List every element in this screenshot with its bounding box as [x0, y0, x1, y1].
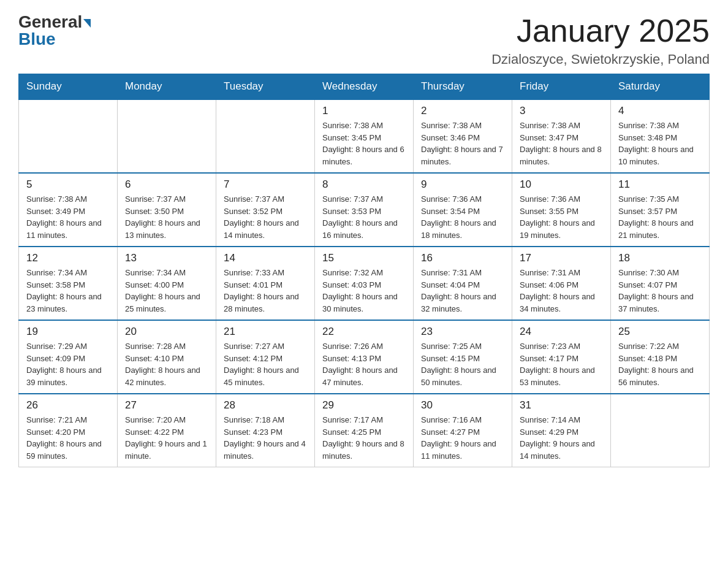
day-info: Sunrise: 7:36 AM Sunset: 3:54 PM Dayligh…	[421, 193, 504, 241]
calendar-cell: 20Sunrise: 7:28 AM Sunset: 4:10 PM Dayli…	[118, 320, 216, 394]
day-number: 29	[322, 399, 406, 412]
day-info: Sunrise: 7:34 AM Sunset: 3:58 PM Dayligh…	[26, 267, 110, 315]
calendar-cell: 8Sunrise: 7:37 AM Sunset: 3:53 PM Daylig…	[315, 173, 414, 247]
calendar-cell: 26Sunrise: 7:21 AM Sunset: 4:20 PM Dayli…	[19, 394, 118, 467]
day-of-week-monday: Monday	[118, 74, 216, 100]
calendar-cell	[611, 394, 710, 467]
calendar-cell: 4Sunrise: 7:38 AM Sunset: 3:48 PM Daylig…	[611, 99, 710, 173]
calendar-cell: 28Sunrise: 7:18 AM Sunset: 4:23 PM Dayli…	[216, 394, 315, 467]
day-info: Sunrise: 7:36 AM Sunset: 3:55 PM Dayligh…	[520, 193, 603, 241]
day-number: 1	[322, 105, 406, 117]
day-info: Sunrise: 7:33 AM Sunset: 4:01 PM Dayligh…	[224, 267, 307, 315]
day-of-week-friday: Friday	[512, 74, 611, 100]
calendar-cell: 29Sunrise: 7:17 AM Sunset: 4:25 PM Dayli…	[315, 394, 414, 467]
day-number: 3	[520, 105, 603, 117]
day-info: Sunrise: 7:38 AM Sunset: 3:49 PM Dayligh…	[26, 193, 110, 241]
day-info: Sunrise: 7:34 AM Sunset: 4:00 PM Dayligh…	[125, 267, 208, 315]
day-number: 26	[26, 399, 110, 412]
day-info: Sunrise: 7:38 AM Sunset: 3:48 PM Dayligh…	[618, 120, 702, 167]
calendar-header: SundayMondayTuesdayWednesdayThursdayFrid…	[19, 74, 710, 100]
day-info: Sunrise: 7:27 AM Sunset: 4:12 PM Dayligh…	[224, 340, 307, 388]
day-number: 5	[26, 178, 110, 191]
calendar-cell: 17Sunrise: 7:31 AM Sunset: 4:06 PM Dayli…	[512, 247, 611, 320]
day-number: 19	[26, 326, 110, 338]
day-info: Sunrise: 7:22 AM Sunset: 4:18 PM Dayligh…	[618, 340, 702, 388]
day-info: Sunrise: 7:37 AM Sunset: 3:52 PM Dayligh…	[224, 193, 307, 241]
calendar-cell: 6Sunrise: 7:37 AM Sunset: 3:50 PM Daylig…	[118, 173, 216, 247]
day-number: 11	[618, 178, 702, 191]
day-info: Sunrise: 7:16 AM Sunset: 4:27 PM Dayligh…	[421, 414, 504, 462]
day-number: 10	[520, 178, 603, 191]
page-header: General Blue January 2025 Dzialoszyce, S…	[18, 12, 710, 67]
day-info: Sunrise: 7:29 AM Sunset: 4:09 PM Dayligh…	[26, 340, 110, 388]
day-info: Sunrise: 7:20 AM Sunset: 4:22 PM Dayligh…	[125, 414, 208, 462]
day-info: Sunrise: 7:37 AM Sunset: 3:50 PM Dayligh…	[125, 193, 208, 241]
day-number: 8	[322, 178, 406, 191]
logo-arrow-icon	[83, 19, 91, 28]
day-info: Sunrise: 7:14 AM Sunset: 4:29 PM Dayligh…	[520, 414, 603, 462]
day-number: 20	[125, 326, 208, 338]
calendar-week-row: 26Sunrise: 7:21 AM Sunset: 4:20 PM Dayli…	[19, 394, 710, 467]
day-number: 27	[125, 399, 208, 412]
day-number: 2	[421, 105, 504, 117]
calendar-cell: 18Sunrise: 7:30 AM Sunset: 4:07 PM Dayli…	[611, 247, 710, 320]
day-info: Sunrise: 7:31 AM Sunset: 4:04 PM Dayligh…	[421, 267, 504, 315]
day-info: Sunrise: 7:18 AM Sunset: 4:23 PM Dayligh…	[224, 414, 307, 462]
day-number: 25	[618, 326, 702, 338]
calendar-cell	[19, 99, 118, 173]
day-number: 24	[520, 326, 603, 338]
day-info: Sunrise: 7:21 AM Sunset: 4:20 PM Dayligh…	[26, 414, 110, 462]
day-info: Sunrise: 7:32 AM Sunset: 4:03 PM Dayligh…	[322, 267, 406, 315]
calendar-cell: 3Sunrise: 7:38 AM Sunset: 3:47 PM Daylig…	[512, 99, 611, 173]
day-number: 17	[520, 252, 603, 264]
calendar-cell: 10Sunrise: 7:36 AM Sunset: 3:55 PM Dayli…	[512, 173, 611, 247]
day-number: 23	[421, 326, 504, 338]
day-of-week-tuesday: Tuesday	[216, 74, 315, 100]
calendar-cell: 16Sunrise: 7:31 AM Sunset: 4:04 PM Dayli…	[414, 247, 512, 320]
calendar-body: 1Sunrise: 7:38 AM Sunset: 3:45 PM Daylig…	[19, 99, 710, 467]
day-info: Sunrise: 7:17 AM Sunset: 4:25 PM Dayligh…	[322, 414, 406, 462]
calendar-cell: 13Sunrise: 7:34 AM Sunset: 4:00 PM Dayli…	[118, 247, 216, 320]
day-number: 7	[224, 178, 307, 191]
day-number: 30	[421, 399, 504, 412]
day-number: 13	[125, 252, 208, 264]
day-number: 4	[618, 105, 702, 117]
day-info: Sunrise: 7:23 AM Sunset: 4:17 PM Dayligh…	[520, 340, 603, 388]
calendar-cell: 25Sunrise: 7:22 AM Sunset: 4:18 PM Dayli…	[611, 320, 710, 394]
day-number: 12	[26, 252, 110, 264]
day-of-week-thursday: Thursday	[414, 74, 512, 100]
calendar-cell	[216, 99, 315, 173]
day-number: 15	[322, 252, 406, 264]
day-number: 31	[520, 399, 603, 412]
calendar-week-row: 12Sunrise: 7:34 AM Sunset: 3:58 PM Dayli…	[19, 247, 710, 320]
calendar-cell: 27Sunrise: 7:20 AM Sunset: 4:22 PM Dayli…	[118, 394, 216, 467]
days-of-week-row: SundayMondayTuesdayWednesdayThursdayFrid…	[19, 74, 710, 100]
calendar-cell: 31Sunrise: 7:14 AM Sunset: 4:29 PM Dayli…	[512, 394, 611, 467]
day-info: Sunrise: 7:38 AM Sunset: 3:47 PM Dayligh…	[520, 120, 603, 167]
page-title: January 2025	[491, 12, 710, 49]
calendar-week-row: 19Sunrise: 7:29 AM Sunset: 4:09 PM Dayli…	[19, 320, 710, 394]
calendar-cell: 15Sunrise: 7:32 AM Sunset: 4:03 PM Dayli…	[315, 247, 414, 320]
calendar-cell: 30Sunrise: 7:16 AM Sunset: 4:27 PM Dayli…	[414, 394, 512, 467]
day-number: 22	[322, 326, 406, 338]
calendar-cell: 7Sunrise: 7:37 AM Sunset: 3:52 PM Daylig…	[216, 173, 315, 247]
calendar-cell: 24Sunrise: 7:23 AM Sunset: 4:17 PM Dayli…	[512, 320, 611, 394]
day-number: 6	[125, 178, 208, 191]
day-info: Sunrise: 7:38 AM Sunset: 3:46 PM Dayligh…	[421, 120, 504, 167]
logo-blue-text: Blue	[18, 29, 56, 49]
day-of-week-wednesday: Wednesday	[315, 74, 414, 100]
day-number: 14	[224, 252, 307, 264]
day-info: Sunrise: 7:30 AM Sunset: 4:07 PM Dayligh…	[618, 267, 702, 315]
day-number: 9	[421, 178, 504, 191]
calendar-cell: 23Sunrise: 7:25 AM Sunset: 4:15 PM Dayli…	[414, 320, 512, 394]
calendar-week-row: 5Sunrise: 7:38 AM Sunset: 3:49 PM Daylig…	[19, 173, 710, 247]
day-number: 16	[421, 252, 504, 264]
calendar-cell: 2Sunrise: 7:38 AM Sunset: 3:46 PM Daylig…	[414, 99, 512, 173]
day-number: 21	[224, 326, 307, 338]
day-info: Sunrise: 7:28 AM Sunset: 4:10 PM Dayligh…	[125, 340, 208, 388]
calendar-cell: 22Sunrise: 7:26 AM Sunset: 4:13 PM Dayli…	[315, 320, 414, 394]
day-info: Sunrise: 7:35 AM Sunset: 3:57 PM Dayligh…	[618, 193, 702, 241]
calendar-cell: 19Sunrise: 7:29 AM Sunset: 4:09 PM Dayli…	[19, 320, 118, 394]
calendar-cell: 21Sunrise: 7:27 AM Sunset: 4:12 PM Dayli…	[216, 320, 315, 394]
day-number: 18	[618, 252, 702, 264]
